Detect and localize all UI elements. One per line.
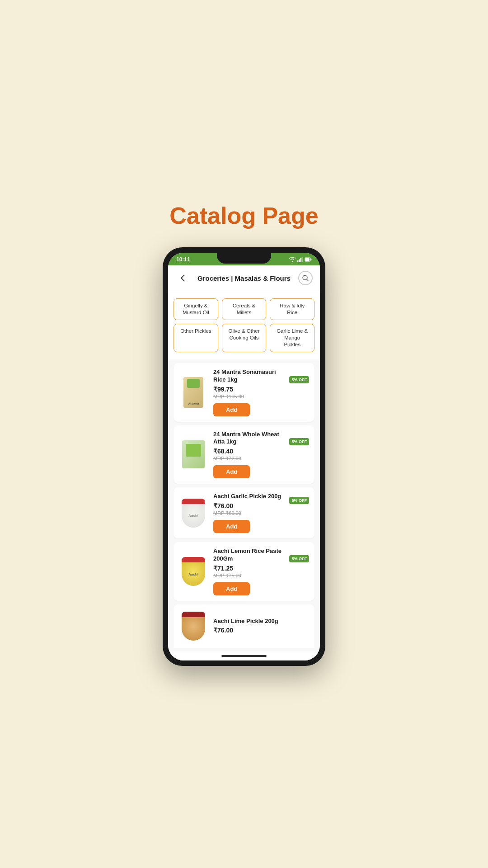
- home-bar: [221, 655, 267, 657]
- product-mrp-p1: MRP ₹105.00: [213, 394, 284, 400]
- categories-row-1: Gingelly &Mustard Oil Cereals &Millets R…: [174, 298, 314, 320]
- product-name-p3: Aachi Garlic Pickle 200g: [213, 493, 284, 500]
- discount-badge-p3: 5% OFF: [289, 497, 309, 504]
- status-time: 10:11: [176, 256, 190, 263]
- wifi-icon: [289, 257, 296, 262]
- add-button-p1[interactable]: Add: [213, 403, 250, 416]
- product-name-p5: Aachi Lime Pickle 200g: [213, 618, 309, 625]
- add-button-p3[interactable]: Add: [213, 520, 250, 533]
- category-pill-other-pickles[interactable]: Other Pickles: [174, 324, 218, 352]
- product-actions-p3: 5% OFF: [289, 497, 309, 529]
- svg-rect-1: [299, 259, 300, 262]
- product-mrp-p3: MRP ₹80.00: [213, 510, 284, 516]
- product-price-p3: ₹76.00: [213, 502, 284, 509]
- phone-frame: 10:11: [163, 247, 325, 666]
- categories-section: Gingelly &Mustard Oil Cereals &Millets R…: [168, 291, 320, 359]
- add-button-p4[interactable]: Add: [213, 582, 250, 595]
- signal-icon: [297, 257, 303, 262]
- discount-badge-p1: 5% OFF: [289, 376, 309, 383]
- product-price-p1: ₹99.75: [213, 386, 284, 393]
- product-card-p3: Aachi Aachi Garlic Pickle 200g ₹76.00 MR…: [174, 487, 314, 538]
- category-pill-gingelly[interactable]: Gingelly &Mustard Oil: [174, 298, 218, 320]
- svg-rect-2: [300, 258, 301, 262]
- status-icons: [289, 257, 312, 262]
- search-button[interactable]: [298, 271, 313, 285]
- svg-rect-3: [302, 257, 303, 262]
- header-title: Groceries | Masalas & Flours: [190, 274, 298, 282]
- product-actions-p1: 5% OFF: [289, 376, 309, 409]
- category-pill-garlic-mango[interactable]: Garlic Lime &Mango Pickles: [270, 324, 314, 352]
- product-info-p2: 24 Mantra Whole Wheat Atta 1kg ₹68.40 MR…: [213, 431, 284, 479]
- category-pill-olive-oils[interactable]: Olive & OtherCooking Oils: [222, 324, 267, 352]
- product-image-p2: [179, 438, 208, 471]
- product-card-p5: Aachi Lime Pickle 200g ₹76.00: [174, 604, 314, 648]
- battery-icon: [305, 257, 312, 262]
- product-image-p1: [179, 376, 208, 409]
- category-pill-cereals[interactable]: Cereals &Millets: [222, 298, 267, 320]
- page-title: Catalog Page: [169, 202, 318, 229]
- product-price-p5: ₹76.00: [213, 627, 309, 634]
- page-wrapper: Catalog Page 10:11: [136, 202, 352, 666]
- notch: [217, 253, 271, 264]
- product-card-p4: Aachi Aachi Lemon Rice Paste 200Gm ₹71.2…: [174, 542, 314, 601]
- product-img-garlic-pickle: Aachi: [182, 499, 205, 528]
- categories-row-2: Other Pickles Olive & OtherCooking Oils …: [174, 324, 314, 352]
- discount-badge-p2: 5% OFF: [289, 438, 309, 445]
- product-image-p3: Aachi: [179, 497, 208, 529]
- add-button-p2[interactable]: Add: [213, 465, 250, 478]
- product-img-wheat: [182, 440, 205, 468]
- product-price-p4: ₹71.25: [213, 565, 284, 572]
- app-header: Groceries | Masalas & Flours: [168, 265, 320, 291]
- product-info-p4: Aachi Lemon Rice Paste 200Gm ₹71.25 MRP …: [213, 547, 284, 595]
- product-info-p1: 24 Mantra Sonamasuri Rice 1kg ₹99.75 MRP…: [213, 368, 284, 416]
- product-img-lemon-paste: Aachi: [182, 557, 205, 586]
- product-info-p3: Aachi Garlic Pickle 200g ₹76.00 MRP ₹80.…: [213, 493, 284, 533]
- product-img-lime-pickle: [182, 612, 205, 641]
- product-image-p4: Aachi: [179, 555, 208, 588]
- product-mrp-p4: MRP ₹75.00: [213, 573, 284, 579]
- products-list: 24 Mantra Sonamasuri Rice 1kg ₹99.75 MRP…: [168, 359, 320, 651]
- home-indicator: [168, 651, 320, 660]
- product-info-p5: Aachi Lime Pickle 200g ₹76.00: [213, 618, 309, 635]
- product-name-p2: 24 Mantra Whole Wheat Atta 1kg: [213, 431, 284, 446]
- product-card-p2: 24 Mantra Whole Wheat Atta 1kg ₹68.40 MR…: [174, 425, 314, 484]
- svg-rect-0: [297, 260, 299, 262]
- product-actions-p2: 5% OFF: [289, 438, 309, 471]
- product-image-p5: [179, 610, 208, 642]
- product-card-p1: 24 Mantra Sonamasuri Rice 1kg ₹99.75 MRP…: [174, 363, 314, 422]
- svg-rect-5: [311, 259, 312, 260]
- category-pill-raw-rice[interactable]: Raw & IdlyRice: [270, 298, 314, 320]
- product-img-rice: [183, 377, 203, 408]
- product-name-p1: 24 Mantra Sonamasuri Rice 1kg: [213, 368, 284, 384]
- product-name-p4: Aachi Lemon Rice Paste 200Gm: [213, 547, 284, 563]
- back-button[interactable]: [175, 271, 190, 285]
- product-mrp-p2: MRP ₹72.00: [213, 456, 284, 462]
- discount-badge-p4: 5% OFF: [289, 555, 309, 562]
- product-actions-p4: 5% OFF: [289, 555, 309, 588]
- product-price-p2: ₹68.40: [213, 448, 284, 455]
- svg-rect-6: [305, 258, 310, 261]
- phone-screen: 10:11: [168, 253, 320, 660]
